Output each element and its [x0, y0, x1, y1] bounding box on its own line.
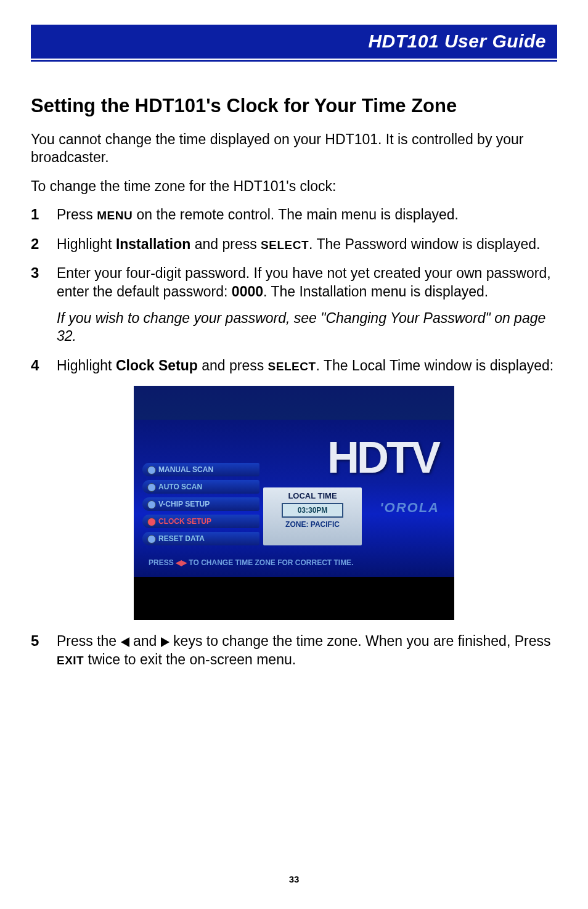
step-body: Press MENU on the remote control. The ma…: [57, 206, 557, 224]
step-2: 2 Highlight Installation and press SELEC…: [31, 235, 557, 253]
menu-reset-data[interactable]: RESET DATA: [142, 532, 259, 545]
default-password: 0000: [232, 283, 263, 300]
text: and: [129, 633, 161, 649]
text: Highlight: [57, 357, 116, 373]
hdtv-logo: HDTV: [327, 432, 438, 483]
page-number: 33: [0, 874, 588, 884]
step-4: 4 Highlight Clock Setup and press SELECT…: [31, 357, 557, 375]
text: . The Local Time window is displayed:: [316, 357, 554, 373]
text: and press: [190, 236, 261, 252]
step-number: 4: [31, 357, 57, 375]
step-body: Highlight Clock Setup and press SELECT. …: [57, 357, 557, 375]
hint-text: PRESS ◀▶ TO CHANGE TIME ZONE FOR CORRECT…: [149, 558, 353, 567]
steps-list: 1 Press MENU on the remote control. The …: [31, 206, 557, 375]
section-heading: Setting the HDT101's Clock for Your Time…: [31, 95, 557, 117]
text: and press: [198, 357, 268, 373]
menu-manual-scan[interactable]: MANUAL SCAN: [142, 463, 259, 476]
select-key: SELECT: [268, 360, 316, 373]
menu-key: MENU: [97, 209, 133, 222]
text: . The Password window is displayed.: [309, 236, 540, 252]
intro-paragraph-2: To change the time zone for the HDT101's…: [31, 177, 557, 195]
panel-time: 03:30PM: [282, 503, 343, 518]
left-arrow-icon: [121, 637, 129, 647]
menu-auto-scan[interactable]: AUTO SCAN: [142, 480, 259, 494]
arrow-icons: ◀▶: [176, 558, 187, 567]
step-number: 2: [31, 235, 57, 253]
step-number: 1: [31, 206, 57, 224]
text: TO CHANGE TIME ZONE FOR CORRECT TIME.: [187, 558, 353, 567]
menu-vchip-setup[interactable]: V-CHIP SETUP: [142, 497, 259, 511]
page-header: HDT101 User Guide: [31, 25, 557, 59]
step-body: Enter your four-digit password. If you h…: [57, 264, 557, 346]
text: twice to exit the on-screen menu.: [84, 651, 296, 667]
step-number: 3: [31, 264, 57, 346]
brand-fragment: 'OROLA: [380, 500, 439, 516]
text: . The Installation menu is displayed.: [263, 283, 488, 300]
hdtv-band: HDTV 'OROLA MANUAL SCAN AUTO SCAN V-CHIP…: [134, 420, 454, 577]
text: on the remote control. The main menu is …: [133, 206, 459, 222]
text: PRESS: [149, 558, 176, 567]
step-body: Press the and keys to change the time zo…: [57, 632, 557, 669]
panel-title: LOCAL TIME: [267, 491, 358, 500]
tv-screenshot: HDTV 'OROLA MANUAL SCAN AUTO SCAN V-CHIP…: [134, 386, 454, 620]
panel-zone: ZONE: PACIFIC: [267, 520, 358, 529]
right-arrow-icon: [161, 637, 169, 647]
text: Press: [57, 206, 97, 222]
sky-band: [134, 386, 454, 420]
content: Setting the HDT101's Clock for Your Time…: [31, 62, 557, 669]
step-3: 3 Enter your four-digit password. If you…: [31, 264, 557, 346]
steps-list-continued: 5 Press the and keys to change the time …: [31, 632, 557, 669]
password-note: If you wish to change your password, see…: [57, 309, 557, 346]
exit-key: EXIT: [57, 654, 84, 667]
installation-menu: MANUAL SCAN AUTO SCAN V-CHIP SETUP CLOCK…: [142, 463, 259, 549]
text: keys to change the time zone. When you a…: [169, 633, 551, 649]
page: HDT101 User Guide Setting the HDT101's C…: [0, 0, 588, 909]
intro-paragraph-1: You cannot change the time displayed on …: [31, 131, 557, 166]
step-1: 1 Press MENU on the remote control. The …: [31, 206, 557, 224]
step-body: Highlight Installation and press SELECT.…: [57, 235, 557, 253]
installation-label: Installation: [116, 236, 190, 252]
step-number: 5: [31, 632, 57, 669]
menu-clock-setup[interactable]: CLOCK SETUP: [142, 515, 259, 528]
select-key: SELECT: [261, 238, 309, 251]
clock-setup-label: Clock Setup: [116, 357, 198, 373]
local-time-panel: LOCAL TIME 03:30PM ZONE: PACIFIC: [263, 487, 362, 545]
text: Highlight: [57, 236, 116, 252]
step-5: 5 Press the and keys to change the time …: [31, 632, 557, 669]
text: Press the: [57, 633, 121, 649]
header-title: HDT101 User Guide: [368, 31, 546, 51]
